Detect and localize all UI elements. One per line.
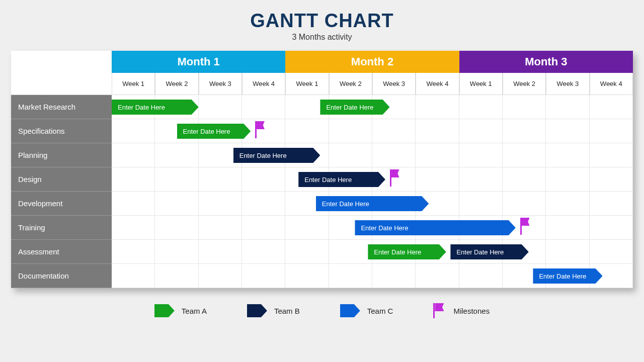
header-stub bbox=[11, 73, 112, 95]
grid-cell bbox=[199, 240, 242, 264]
row-cells bbox=[112, 143, 633, 167]
month-header-row: Month 1 Month 2 Month 3 bbox=[11, 51, 633, 73]
grid-cell bbox=[546, 167, 589, 192]
month-header-3: Month 3 bbox=[459, 51, 633, 73]
week-header: Week 1 bbox=[285, 73, 329, 95]
task-label: Documentation bbox=[11, 264, 112, 288]
gantt-bar[interactable]: Enter Date Here bbox=[320, 100, 389, 115]
grid-cell bbox=[155, 240, 198, 264]
grid-cell bbox=[155, 192, 198, 216]
gantt-chart: Month 1 Month 2 Month 3 Week 1 Week 2 We… bbox=[11, 51, 633, 288]
grid-cell bbox=[199, 167, 242, 192]
grid-cell bbox=[459, 192, 503, 216]
grid-cell bbox=[285, 264, 329, 288]
grid-cell bbox=[590, 192, 633, 216]
grid-cell bbox=[503, 143, 546, 167]
grid-cell bbox=[416, 143, 459, 167]
gantt-bar[interactable]: Enter Date Here bbox=[177, 124, 251, 139]
grid-cell bbox=[112, 167, 155, 192]
page-title: GANTT CHART bbox=[0, 10, 644, 32]
grid-cell bbox=[416, 167, 459, 192]
grid-cell bbox=[590, 167, 633, 192]
grid-cell bbox=[199, 192, 242, 216]
gantt-rows: Market ResearchSpecificationsPlanningDes… bbox=[11, 95, 633, 288]
grid-cell bbox=[155, 264, 198, 288]
grid-cell bbox=[590, 119, 633, 143]
week-header: Week 4 bbox=[590, 73, 633, 95]
task-label: Assessment bbox=[11, 240, 112, 264]
week-header: Week 3 bbox=[372, 73, 416, 95]
week-header: Week 4 bbox=[242, 73, 285, 95]
gantt-bar[interactable]: Enter Date Here bbox=[450, 244, 528, 259]
flag-icon bbox=[433, 303, 446, 318]
legend-label: Team C bbox=[367, 307, 393, 315]
grid-cell bbox=[416, 119, 459, 143]
gantt-bar[interactable]: Enter Date Here bbox=[368, 244, 446, 259]
gantt-bar[interactable]: Enter Date Here bbox=[298, 172, 385, 187]
legend-label: Team B bbox=[274, 307, 300, 315]
gantt-bar[interactable]: Enter Date Here bbox=[533, 268, 602, 284]
gantt-bar[interactable]: Enter Date Here bbox=[112, 100, 199, 115]
table-row: Training bbox=[11, 216, 633, 240]
task-label: Training bbox=[11, 216, 112, 240]
grid-cell bbox=[590, 240, 633, 264]
grid-cell bbox=[155, 143, 198, 167]
grid-cell bbox=[372, 143, 416, 167]
grid-cell bbox=[503, 167, 546, 192]
grid-cell bbox=[503, 95, 546, 119]
gantt-bar[interactable]: Enter Date Here bbox=[355, 220, 515, 235]
gantt-bar[interactable]: Enter Date Here bbox=[233, 148, 320, 163]
grid-cell bbox=[590, 143, 633, 167]
task-label: Market Research bbox=[11, 95, 112, 119]
grid-cell bbox=[372, 119, 416, 143]
milestone-flag-icon bbox=[390, 169, 401, 187]
grid-cell bbox=[546, 240, 589, 264]
grid-cell bbox=[459, 143, 503, 167]
legend: Team A Team B Team C Milestones bbox=[0, 303, 644, 318]
week-header: Week 2 bbox=[503, 73, 546, 95]
legend-item-milestones: Milestones bbox=[433, 303, 490, 318]
milestone-flag-icon bbox=[255, 121, 266, 138]
grid-cell bbox=[459, 167, 503, 192]
grid-cell bbox=[199, 95, 242, 119]
grid-cell bbox=[242, 240, 285, 264]
legend-item-team-a: Team A bbox=[154, 304, 207, 317]
month-header-2: Month 2 bbox=[285, 51, 459, 73]
week-header: Week 1 bbox=[459, 73, 503, 95]
grid-cell bbox=[503, 119, 546, 143]
task-label: Specifications bbox=[11, 119, 112, 143]
week-header: Week 2 bbox=[155, 73, 198, 95]
milestone-flag-icon bbox=[520, 218, 531, 235]
grid-cell bbox=[503, 192, 546, 216]
week-header: Week 2 bbox=[329, 73, 372, 95]
grid-cell bbox=[590, 95, 633, 119]
grid-cell bbox=[155, 216, 198, 240]
grid-cell bbox=[242, 264, 285, 288]
arrow-swatch-icon bbox=[247, 304, 267, 317]
legend-item-team-c: Team C bbox=[340, 304, 393, 317]
table-row: Planning bbox=[11, 143, 633, 167]
grid-cell bbox=[590, 216, 633, 240]
task-label: Development bbox=[11, 192, 112, 216]
grid-cell bbox=[459, 264, 503, 288]
week-header: Week 1 bbox=[112, 73, 155, 95]
grid-cell bbox=[416, 264, 459, 288]
task-label: Planning bbox=[11, 143, 112, 167]
grid-cell bbox=[285, 240, 329, 264]
grid-cell bbox=[112, 264, 155, 288]
grid-cell bbox=[372, 264, 416, 288]
grid-cell bbox=[546, 119, 589, 143]
grid-cell bbox=[242, 95, 285, 119]
legend-label: Milestones bbox=[453, 307, 490, 315]
gantt-bar[interactable]: Enter Date Here bbox=[316, 196, 429, 211]
table-row: Assessment bbox=[11, 240, 633, 264]
grid-cell bbox=[546, 143, 589, 167]
grid-cell bbox=[285, 119, 329, 143]
grid-cell bbox=[329, 143, 372, 167]
week-header: Week 3 bbox=[199, 73, 242, 95]
grid-cell bbox=[459, 119, 503, 143]
grid-cell bbox=[546, 192, 589, 216]
grid-cell bbox=[285, 216, 329, 240]
page-subtitle: 3 Months activity bbox=[0, 33, 644, 42]
grid-cell bbox=[112, 192, 155, 216]
